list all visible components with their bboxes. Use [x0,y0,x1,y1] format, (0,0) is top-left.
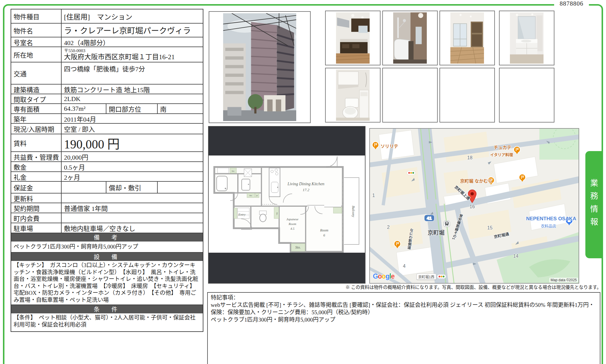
map-label-restaurant: 京町堀 なかむら [460,178,492,184]
location-map: 41 ソリリテ チュカテ イタリア料理 京町堀 なかむら 18 1 2 16 1… [369,128,579,284]
disclaimer-text: ※ この資料は物件の概略紹介資料になります。写真、間取図面、設備、概要などが現況… [206,284,601,290]
table-row: 専有面積 64.37m² 開口部方位 南 [11,104,203,114]
floorplan-letterbox-bottom [209,253,365,283]
equipment-text: 【キッチン】 ガスコンロ（3口以上）・システムキッチン・カウンターキッチン・食器… [11,261,203,305]
address: 大阪府大阪市西区京町堀１丁目16-21 [64,53,200,61]
map-block-number: 1 [372,193,375,198]
property-flyer-page: 8878806 物件種目[住居用] マンション 物件名ラ・クレアーレ京町堀パーク… [0,0,606,364]
kitchen-image [336,12,370,64]
map-area-label: 京町堀 [428,228,444,236]
google-logo: Google [373,272,394,280]
svg-text:Sto.: Sto. [232,170,235,172]
property-table: 物件種目[住居用] マンション 物件名ラ・クレアーレ京町堀パークヴィラ 号室名4… [11,9,203,332]
traffic-signal-icon [407,171,416,176]
svg-text:Sto.: Sto. [276,212,278,216]
photo-building-exterior [209,11,311,123]
map-label-shop-sub: 衣料品店 [541,223,556,229]
photo-empty-slot [499,68,554,123]
section-header-remarks: 備 考 [11,233,203,241]
washbasin-image [510,12,544,64]
section-header-conditions: 条 件 [11,305,203,313]
svg-text:6: 6 [323,233,325,237]
map-block-number: 16 [470,204,475,209]
traffic-signal-icon [437,274,446,280]
bathroom-image [393,12,427,64]
photo-toilet [325,68,381,123]
document-number: 8878806 [554,0,589,7]
photo-washbasin [499,11,554,65]
floorplan-label-ldk-size: 17.2 [303,188,309,192]
floorplan-label-balcony: Balcony [351,206,355,217]
floorplan-drawing: Living Dining Kitchen 17.2 Japanese Room… [209,155,365,253]
photo-empty-slot [382,68,438,123]
restaurant-pin-icon [372,141,379,152]
special-notes-line2: ペットクラブ1匹月300円・飼育時月5,000円アップ [211,316,597,323]
table-row: 建築構造鉄筋コンクリート造 地上15階 [11,85,203,94]
floorplan-label-ldk: Living Dining Kitchen [287,182,324,186]
table-row: 更新料 [11,193,203,203]
table-row: 所在地 〒550-0003 大阪府大阪市西区京町堀１丁目16-21 [11,47,203,62]
table-row-rent: 賃料190,000 円 [11,134,203,152]
restaurant-pin-icon [513,146,521,156]
photo-empty-slot [439,68,495,123]
svg-text:ps: ps [256,195,258,196]
floorplan-box: Living Dining Kitchen 17.2 Japanese Room… [208,126,365,284]
special-notes-title: 特記事項： [211,294,597,301]
map-block-number: 18 [467,155,472,161]
table-row: 保証金 償却・敷引 [11,182,203,193]
remarks-text: ペットクラブ1匹月300円・飼育時月5,000円アップ [11,241,203,253]
map-attribution: Map data ©2025 [549,278,578,282]
restaurant-pin-icon [518,173,526,184]
floorplan-label-jroom: Japanese [286,217,299,221]
table-row: 礼金2ヶ月 [11,172,203,182]
map-label-restaurant: ソリリテ [381,143,398,149]
map-block-number: 2 [387,225,390,230]
tab-business-info[interactable]: 業務情報 [585,151,602,258]
station-icon [444,221,450,228]
special-notes-line1: webサービス広告掲載 [不可]・チラシ、雑誌等掲載広告 [要確認]・保証会社：… [211,301,597,316]
table-row: 物件種目[住居用] マンション [11,9,203,24]
rent-amount: 190,000 円 [62,134,203,152]
map-label-restaurant-sub: イタリア料理 [490,152,513,157]
floorplan-label-room: Room [320,228,328,232]
floorplan-letterbox-top [209,127,365,155]
map-block-number: 4 [403,264,406,269]
svg-text:Room: Room [288,222,296,226]
photo-kitchen [325,11,381,65]
living-room-image [450,12,484,64]
conditions-text: 【条件】 ペット相談（小型犬、猫可）・2人入居可能・子供可・保証会社利用可能・保… [11,313,203,331]
table-row: 築年2011年04月 [11,114,203,124]
restaurant-pin-icon [393,240,401,251]
floorplan-label-entry: Entry [238,213,246,216]
table-row: 号室名402（4階部分） [11,37,203,47]
tab-business-info-label: 業務情報 [588,179,600,231]
photo-bathroom [382,11,438,65]
special-notes-box: 特記事項： webサービス広告掲載 [不可]・チラシ、雑誌等掲載広告 [要確認]… [207,292,600,364]
table-row: 間取タイプ2LDK [11,94,203,104]
table-row: 共益費・管理費20,000円 [11,152,203,162]
map-block-number: 15 [487,225,493,231]
map-block-number: 14 [513,254,518,259]
svg-text:Sto.: Sto. [249,194,253,197]
table-row: 敷金0.5ヶ月 [11,162,203,172]
svg-text:4.5: 4.5 [290,227,294,230]
floorplan-label-sto: Sto. [295,245,301,249]
route-41-badge: 41 [424,215,434,221]
table-row: 町内会費 [11,213,203,223]
section-header-equipment: 設 備 [11,253,203,261]
table-row: 交通四つ橋線「肥後橋」徒歩7分 [11,62,203,85]
map-label-shop: NEPENTHES OSAKA [526,216,576,222]
map-label-restaurant: チュカテ [494,144,511,150]
table-row: 物件名ラ・クレアーレ京町堀パークヴィラ [11,24,203,37]
photo-living-room [439,11,495,65]
postal-code: 〒550-0003 [64,48,200,53]
table-row: 駐車場敷地内駐車場／空きなし [11,223,203,233]
toilet-image [336,70,370,121]
building-exterior-image [223,13,296,121]
map-intersection-chip: 京町堀1西 [416,274,436,280]
table-row: 現況/入居時期空室 / 即入 [11,124,203,134]
table-row: 契約期間普通借家 1年間 [11,203,203,213]
